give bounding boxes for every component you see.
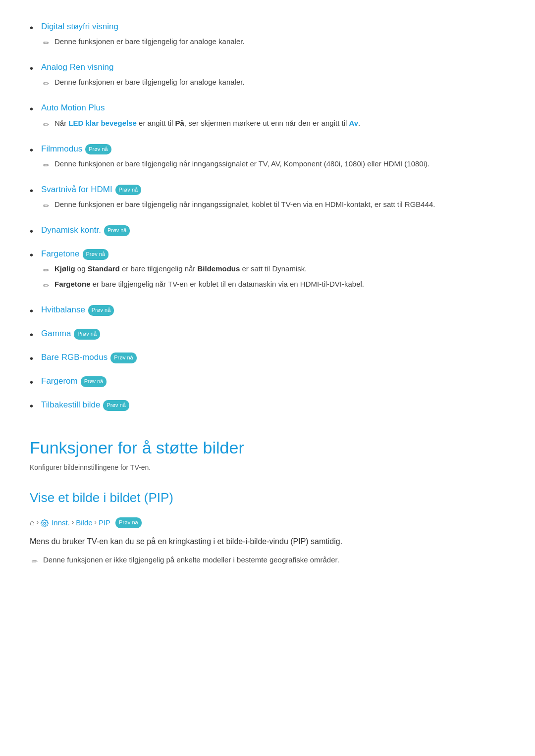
bullet-dot: • (30, 224, 33, 238)
text-normal: Dynamisk (272, 264, 305, 273)
pencil-icon: ✏ (32, 555, 38, 567)
note-row: ✏ Når LED klar bevegelse er angitt til P… (43, 118, 505, 131)
item-title: Dynamisk kontr. (41, 225, 101, 235)
item-content: HvitbalansePrøv nå (41, 303, 505, 316)
breadcrumb-pip[interactable]: PIP (99, 517, 110, 529)
item-title: Gamma (41, 329, 71, 338)
item-title: Hvitbalanse (41, 305, 85, 314)
badge: Prøv nå (103, 400, 129, 411)
item-content: Analog Ren visning ✏ Denne funksjonen er… (41, 60, 505, 92)
badge: Prøv nå (88, 305, 114, 316)
list-item: • Digital støyfri visning ✏ Denne funksj… (30, 20, 505, 51)
list-item: • GammaPrøv nå (30, 327, 505, 342)
inline-bold: Standard (88, 264, 120, 273)
bullet-dot: • (30, 375, 33, 389)
item-title: Tilbakestill bilde (41, 400, 100, 409)
pencil-icon: ✏ (43, 200, 50, 212)
inline-bold: Kjølig (54, 264, 75, 273)
pencil-icon: ✏ (43, 264, 50, 276)
main-paragraph: Mens du bruker TV-en kan du se på en kri… (30, 535, 505, 548)
bullet-dot: • (30, 352, 33, 365)
svg-point-0 (44, 522, 46, 524)
item-content: Dynamisk kontr.Prøv nå (41, 223, 505, 237)
list-item: • FilmmodusPrøv nå ✏ Denne funksjonen er… (30, 142, 505, 174)
bullet-dot: • (30, 61, 33, 75)
pencil-icon: ✏ (43, 37, 50, 49)
note-row: ✏ Denne funksjonen er bare tilgjengelig … (43, 36, 505, 49)
list-item: • FargeromPrøv nå (30, 374, 505, 389)
bullet-dot: • (30, 21, 33, 35)
note-row: ✏ Denne funksjonen er bare tilgjengelig … (43, 77, 505, 90)
item-title: Auto Motion Plus (41, 103, 105, 112)
note-text: Denne funksjonen er bare tilgjengelig nå… (54, 199, 435, 210)
item-title: Filmmodus (41, 144, 82, 153)
pencil-icon: ✏ (43, 78, 50, 90)
item-content: Bare RGB-modusPrøv nå (41, 351, 505, 364)
note-text: Denne funksjonen er bare tilgjengelig fo… (54, 77, 245, 88)
badge: Prøv nå (115, 185, 142, 196)
section-heading: Funksjoner for å støtte bilder (30, 438, 505, 458)
list-item: • Tilbakestill bildePrøv nå (30, 398, 505, 413)
pencil-icon: ✏ (43, 280, 50, 292)
note-text-mixed: Når LED klar bevegelse er angitt til På,… (54, 118, 360, 129)
item-title: Digital støyfri visning (41, 22, 118, 31)
pencil-icon: ✏ (43, 119, 50, 131)
note-row: ✏ Denne funksjonen er bare tilgjengelig … (43, 158, 505, 171)
bullet-dot: • (30, 143, 33, 157)
list-item: • Auto Motion Plus ✏ Når LED klar bevege… (30, 101, 505, 133)
item-title: Svartnivå for HDMI (41, 185, 112, 194)
badge: Prøv nå (74, 329, 100, 340)
breadcrumb-gear: Innst. (41, 517, 70, 529)
badge: Prøv nå (85, 144, 111, 155)
bullet-dot: • (30, 184, 33, 198)
item-content: Auto Motion Plus ✏ Når LED klar bevegels… (41, 101, 505, 133)
main-bullet-list: • Digital støyfri visning ✏ Denne funksj… (30, 20, 505, 413)
item-content: FilmmodusPrøv nå ✏ Denne funksjonen er b… (41, 142, 505, 174)
item-title: Fargerom (41, 376, 78, 386)
note-text: Denne funksjonen er ikke tilgjengelig på… (43, 554, 339, 566)
home-icon: ⌂ (30, 516, 35, 529)
breadcrumb-badge: Prøv nå (115, 517, 142, 528)
item-title: Fargetone (41, 249, 80, 258)
badge: Prøv nå (104, 225, 130, 236)
breadcrumb-sep: › (95, 517, 97, 528)
breadcrumb-sep: › (72, 517, 74, 528)
breadcrumb-bilde[interactable]: Bilde (76, 517, 92, 529)
breadcrumb-innst[interactable]: Innst. (52, 518, 70, 527)
note-text-mixed: Kjølig og Standard er bare tilgjengelig … (54, 263, 307, 275)
item-content: FargeromPrøv nå (41, 374, 505, 388)
list-item: • Analog Ren visning ✏ Denne funksjonen … (30, 60, 505, 92)
item-content: Digital støyfri visning ✏ Denne funksjon… (41, 20, 505, 51)
note-text: Denne funksjonen er bare tilgjengelig fo… (54, 36, 245, 48)
item-title: Analog Ren visning (41, 62, 113, 72)
inline-bold: På (175, 119, 184, 127)
item-content: Svartnivå for HDMIPrøv nå ✏ Denne funksj… (41, 183, 505, 214)
list-item: • FargetonePrøv nå ✏ Kjølig og Standard … (30, 247, 505, 294)
item-notes: ✏ Denne funksjonen er bare tilgjengelig … (41, 36, 505, 49)
item-notes: ✏ Kjølig og Standard er bare tilgjengeli… (41, 263, 505, 292)
note-row: ✏ Fargetone er bare tilgjengelig når TV-… (43, 279, 505, 292)
bottom-notes: ✏ Denne funksjonen er ikke tilgjengelig … (30, 554, 505, 567)
bullet-dot: • (30, 248, 33, 262)
badge: Prøv nå (110, 353, 137, 363)
inline-bold: Fargetone (54, 280, 91, 288)
item-title: Bare RGB-modus (41, 353, 107, 362)
subsection-heading: Vise et bilde i bildet (PIP) (30, 488, 505, 508)
section-subheading: Konfigurer bildeinnstillingene for TV-en… (30, 462, 505, 473)
inline-link: LED klar bevegelse (68, 119, 137, 127)
badge: Prøv nå (81, 376, 107, 387)
item-notes: ✏ Når LED klar bevegelse er angitt til P… (41, 118, 505, 131)
list-item: • Bare RGB-modusPrøv nå (30, 351, 505, 365)
bullet-dot: • (30, 328, 33, 342)
inline-link: Av (349, 119, 358, 127)
note-text: Denne funksjonen er bare tilgjengelig nå… (54, 158, 429, 170)
list-item: • HvitbalansePrøv nå (30, 303, 505, 318)
inline-bold: Bildemodus (198, 264, 240, 273)
item-content: FargetonePrøv nå ✏ Kjølig og Standard er… (41, 247, 505, 294)
item-notes: ✏ Denne funksjonen er bare tilgjengelig … (41, 158, 505, 171)
badge: Prøv nå (83, 249, 109, 260)
breadcrumb: ⌂ › Innst. › Bilde › PIP Prøv nå (30, 516, 505, 529)
breadcrumb-sep: › (37, 517, 39, 528)
note-row: ✏ Denne funksjonen er bare tilgjengelig … (43, 199, 505, 212)
list-item: • Svartnivå for HDMIPrøv nå ✏ Denne funk… (30, 183, 505, 214)
